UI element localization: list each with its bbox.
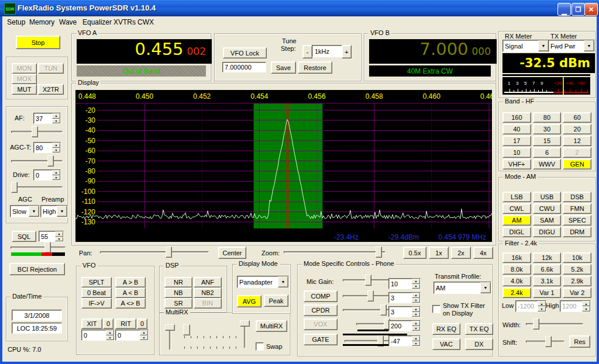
peak-button[interactable]: Peak [264,294,288,307]
display-mode-dropdown-icon[interactable]: ▼ [278,276,288,287]
agc-select[interactable]: Slow▼ [10,205,40,217]
af-updown-icon[interactable]: ▲▼ [52,113,60,123]
mic-gain-slider[interactable] [343,275,392,285]
tx-eq-button[interactable]: TX EQ [465,323,493,335]
rx-meter-dropdown-icon[interactable]: ▼ [538,40,549,51]
zoom-1x-button[interactable]: 1x [429,247,449,259]
nr-button[interactable]: NR [164,277,192,287]
drive-spinner[interactable]: 0▲▼ [33,169,61,181]
menu-xvtrs[interactable]: XVTRs [113,18,136,26]
band-40-button[interactable]: 40 [502,124,531,134]
cpdr-updown-icon[interactable]: ▲▼ [412,307,420,317]
af-slider[interactable] [11,126,63,137]
if-to-vfo-button[interactable]: IF->V [81,298,112,308]
cpdr-spinner[interactable]: 3▲▼ [388,306,421,317]
gate-spinner[interactable]: -47▲▼ [388,335,421,346]
vox-updown-icon[interactable]: ▲▼ [412,321,420,331]
sql-slider[interactable] [11,242,66,252]
filter-low-spinner[interactable]: -1200▲▼ [515,300,546,312]
xit-spinner[interactable]: 0▲▼ [81,330,115,341]
zoom-4x-button[interactable]: 4x [473,247,493,259]
menu-cwx[interactable]: CWX [137,18,154,26]
tx-meter-select[interactable]: Fwd Pwr▼ [548,40,595,52]
save-button[interactable]: Save [271,61,296,74]
zoom-2x-button[interactable]: 2x [451,247,471,259]
mode-drm-button[interactable]: DRM [563,227,591,237]
band-20-button[interactable]: 20 [563,124,591,134]
pan-slider[interactable] [100,247,209,257]
multirx-pan-thumb[interactable] [183,324,190,335]
af-spinner[interactable]: 37▲▼ [33,113,61,124]
comp-button[interactable]: COMP [304,290,338,302]
band-6-button[interactable]: 6 [533,147,562,158]
band-10-button[interactable]: 10 [502,147,531,158]
filter-reset-button[interactable]: Res [569,335,590,348]
comp-slider[interactable] [343,290,392,301]
mut-button[interactable]: MUT [12,84,37,95]
cpdr-button[interactable]: CPDR [304,304,338,316]
band-30-button[interactable]: 30 [533,124,562,134]
sql-button[interactable]: SQL [12,231,36,242]
filter-5-2k-button[interactable]: 5.2k [563,264,591,275]
sql-updown-icon[interactable]: ▲▼ [55,231,63,241]
vfo-lock-button[interactable]: VFO Lock [223,47,267,58]
mode-usb-button[interactable]: USB [533,192,562,202]
band-wwv-button[interactable]: WWV [533,159,562,169]
mode-dsb-button[interactable]: DSB [563,192,591,202]
dx-button[interactable]: DX [465,338,493,350]
xit-button[interactable]: XIT [81,318,102,329]
filter-2-9k-button[interactable]: 2.9k [563,276,591,286]
multirx-gain2-thumb[interactable] [240,320,250,327]
filter-2-4k-button[interactable]: 2.4k [502,287,531,298]
show-tx-filter-checkbox[interactable] [432,305,440,313]
a-swap-b-button[interactable]: A <> B [115,298,146,308]
tun-button[interactable]: TUN [38,63,64,74]
vfo-b-frequency[interactable]: 7.000 000 [369,39,497,64]
frequency-entry[interactable] [222,62,266,72]
stop-button[interactable]: Stop [16,36,60,49]
mic-gain-updown-icon[interactable]: ▲▼ [412,279,420,289]
filter-shift-thumb[interactable] [545,336,552,347]
sr-button[interactable]: SR [164,298,192,308]
multirx-gain-slider[interactable] [164,324,175,350]
band-60-button[interactable]: 60 [563,112,591,123]
multirx-gain2-slider[interactable] [239,320,250,348]
sql-slider-thumb[interactable] [44,242,51,253]
vac-button[interactable]: VAC [432,338,460,350]
filter-var-2-button[interactable]: Var 2 [563,287,591,298]
agct-slider[interactable] [11,155,63,166]
multirx-button[interactable]: MultiRX [256,320,287,332]
panadapter-spectrum[interactable]: -20-30-40-50-60-70-80-90-100-110-120-130… [75,90,492,232]
swap-checkbox[interactable] [256,342,264,351]
comp-slider-thumb[interactable] [367,290,374,301]
gate-button[interactable]: GATE [304,334,338,345]
rit-button[interactable]: RIT [115,318,136,329]
band-80-button[interactable]: 80 [533,112,562,123]
filter-3-1k-button[interactable]: 3.1k [533,276,562,286]
preamp-dropdown-icon[interactable]: ▼ [57,206,67,217]
mode-fmn-button[interactable]: FMN [563,203,591,214]
rx-eq-button[interactable]: RX EQ [432,323,460,335]
filter-8-0k-button[interactable]: 8.0k [502,264,531,275]
menu-equalizer[interactable]: Equalizer [82,18,112,26]
menu-wave[interactable]: Wave [59,18,77,26]
mic-gain-spinner[interactable]: 10▲▼ [388,278,421,289]
display-mode-select[interactable]: Panadapter▼ [237,276,289,288]
preamp-select[interactable]: High▼ [40,205,68,217]
filter-4-0k-button[interactable]: 4.0k [502,276,531,286]
step-down-button[interactable]: - [302,45,312,58]
xit-updown-icon[interactable]: ▲▼ [106,330,114,340]
mon-button[interactable]: MON [12,63,37,74]
mode-sam-button[interactable]: SAM [533,215,562,226]
zero-beat-button[interactable]: 0 Beat [81,287,112,298]
rx-meter-select[interactable]: Signal▼ [502,40,549,52]
rit-zero-button[interactable]: 0 [137,318,147,329]
mode-digu-button[interactable]: DIGU [533,227,562,237]
drive-updown-icon[interactable]: ▲▼ [52,170,60,180]
agct-slider-thumb[interactable] [47,155,54,167]
transmit-profile-dropdown-icon[interactable]: ▼ [480,282,491,293]
avg-button[interactable]: AVG [237,295,261,307]
mode-am-button[interactable]: AM [502,215,531,226]
band-15-button[interactable]: 15 [533,136,562,146]
split-button[interactable]: SPLT [81,277,112,287]
